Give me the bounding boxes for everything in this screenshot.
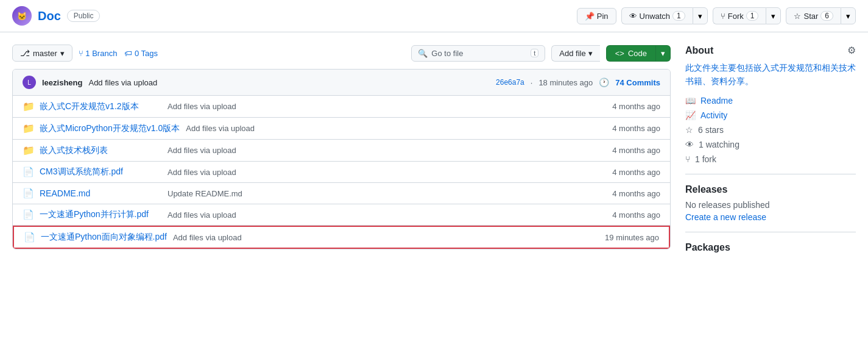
file-time: 4 months ago	[612, 189, 660, 198]
file-commit: Add files via upload	[168, 102, 606, 111]
about-section: About ⚙ 此文件夹主要包括嵌入式开发规范和相关技术书籍、资料分享。 📖 R…	[685, 45, 856, 164]
gear-icon[interactable]: ⚙	[847, 45, 856, 56]
meta-activity: 📈 Activity	[685, 110, 856, 120]
file-doc-icon: 📄	[23, 166, 34, 177]
eye-icon: 👁	[685, 140, 694, 149]
about-title: About	[685, 45, 713, 56]
file-name[interactable]: 一文速通Python面向对象编程.pdf	[41, 232, 167, 243]
code-dropdown[interactable]: ▾	[655, 45, 671, 62]
meta-watching: 👁 1 watching	[685, 140, 856, 149]
file-table: L leezisheng Add files via upload 26e6a7…	[12, 69, 671, 249]
clock-icon: 🕐	[599, 77, 609, 87]
code-group: <> Code ▾	[606, 45, 671, 62]
commit-author[interactable]: leezisheng	[42, 78, 82, 87]
file-time: 4 months ago	[612, 146, 660, 155]
star-icon: ☆	[794, 12, 801, 21]
file-name[interactable]: 一文速通Python并行计算.pdf	[40, 209, 161, 220]
meta-stars: ☆ 6 stars	[685, 125, 856, 135]
activity-link[interactable]: Activity	[700, 110, 727, 120]
eye-icon: 👁	[629, 12, 637, 21]
add-file-button[interactable]: Add file ▾	[551, 45, 599, 62]
public-badge: Public	[67, 10, 101, 22]
meta-forks: ⑂ 1 fork	[685, 154, 856, 164]
file-row-highlighted: 📄 一文速通Python面向对象编程.pdf Add files via upl…	[13, 226, 670, 249]
main-content: ⎇ master ▾ ⑂ 1 Branch 🏷 0 Tags 🔍 Go to f…	[0, 32, 868, 258]
branch-selector[interactable]: ⎇ master ▾	[12, 45, 72, 62]
divider-2	[685, 232, 856, 232]
commit-hash[interactable]: 26e6a7a	[496, 78, 524, 87]
code-icon: <>	[615, 49, 624, 58]
file-name[interactable]: 嵌入式技术栈列表	[40, 145, 161, 156]
folder-icon: 📁	[23, 123, 34, 134]
file-commit: Add files via upload	[168, 210, 606, 220]
fork-icon: ⑂	[721, 12, 725, 21]
avatar: 🐱	[12, 6, 32, 26]
releases-title: Releases	[685, 184, 856, 195]
commits-link[interactable]: 74 Commits	[615, 78, 660, 87]
file-name[interactable]: README.md	[40, 188, 161, 198]
file-time: 19 minutes ago	[605, 233, 659, 242]
unwatch-button[interactable]: 👁 Unwatch 1	[621, 7, 693, 24]
fork-dropdown[interactable]: ▾	[766, 7, 781, 24]
unwatch-dropdown[interactable]: ▾	[693, 7, 708, 24]
fork-label: 1 fork	[695, 154, 716, 164]
tag-count-link[interactable]: 🏷 0 Tags	[124, 49, 158, 58]
file-doc-icon: 📄	[23, 188, 34, 199]
chevron-down-icon: ▾	[60, 49, 65, 58]
top-actions: 📌 Pin 👁 Unwatch 1 ▾ ⑂ Fork 1 ▾	[577, 7, 856, 24]
file-name[interactable]: 嵌入式MicroPython开发规范v1.0版本	[40, 123, 180, 134]
activity-icon: 📈	[685, 110, 696, 120]
file-doc-icon: 📄	[24, 232, 35, 243]
branch-icon: ⎇	[20, 48, 30, 58]
file-commit: Add files via upload	[168, 168, 606, 177]
commit-time: 18 minutes ago	[538, 78, 593, 87]
search-box[interactable]: 🔍 Go to file t	[411, 45, 545, 62]
repo-info: 🐱 Doc Public	[12, 6, 100, 26]
sidebar: About ⚙ 此文件夹主要包括嵌入式开发规范和相关技术书籍、资料分享。 📖 R…	[685, 45, 856, 258]
file-commit: Update README.md	[168, 189, 606, 198]
star-dropdown[interactable]: ▾	[841, 7, 856, 24]
top-bar: 🐱 Doc Public 📌 Pin 👁 Unwatch 1 ▾ ⑂ Fork	[0, 0, 868, 32]
commit-row: L leezisheng Add files via upload 26e6a7…	[13, 70, 670, 96]
fork-count: 1	[746, 11, 759, 21]
file-row-4: 📄 README.md Update README.md 4 months ag…	[13, 183, 670, 204]
file-row-3: 📄 CM3调试系统简析.pdf Add files via upload 4 m…	[13, 162, 670, 183]
branch-name: master	[33, 49, 57, 58]
file-time: 4 months ago	[612, 102, 660, 111]
star-button[interactable]: ☆ Star 6	[786, 7, 841, 24]
readme-link[interactable]: Readme	[700, 96, 733, 106]
repo-name[interactable]: Doc	[38, 9, 61, 23]
commit-separator: ·	[531, 78, 533, 87]
unwatch-count: 1	[672, 11, 685, 21]
unwatch-group: 👁 Unwatch 1 ▾	[621, 7, 708, 24]
folder-icon: 📁	[23, 101, 34, 112]
file-name[interactable]: CM3调试系统简析.pdf	[40, 166, 161, 177]
create-release-link[interactable]: Create a new release	[685, 212, 766, 222]
toolbar: ⎇ master ▾ ⑂ 1 Branch 🏷 0 Tags 🔍 Go to f…	[12, 45, 671, 62]
about-meta: 📖 Readme 📈 Activity ☆ 6 stars 👁 1 watchi…	[685, 96, 856, 164]
packages-title: Packages	[685, 242, 856, 253]
add-file-group: Add file ▾	[551, 45, 599, 62]
file-commit: Add files via upload	[186, 124, 606, 133]
file-time: 4 months ago	[612, 210, 660, 220]
commit-avatar: L	[23, 76, 36, 89]
book-icon: 📖	[685, 96, 696, 106]
file-doc-icon: 📄	[23, 209, 34, 220]
fork-group: ⑂ Fork 1 ▾	[713, 7, 782, 24]
branch-count-link[interactable]: ⑂ 1 Branch	[79, 49, 118, 58]
code-button[interactable]: <> Code	[606, 45, 655, 62]
commit-message[interactable]: Add files via upload	[88, 78, 157, 87]
star-group: ☆ Star 6 ▾	[786, 7, 856, 24]
repo-content: ⎇ master ▾ ⑂ 1 Branch 🏷 0 Tags 🔍 Go to f…	[12, 45, 671, 258]
pin-button[interactable]: 📌 Pin	[577, 8, 616, 24]
file-time: 4 months ago	[612, 124, 660, 133]
file-name[interactable]: 嵌入式C开发规范v1.2版本	[40, 101, 161, 112]
stars-label: 6 stars	[698, 125, 724, 135]
fork-button[interactable]: ⑂ Fork 1	[713, 7, 766, 24]
fork-icon: ⑂	[685, 154, 690, 164]
divider-1	[685, 174, 856, 174]
file-commit: Add files via upload	[168, 146, 606, 155]
file-time: 4 months ago	[612, 168, 660, 177]
chevron-down-icon: ▾	[588, 49, 593, 58]
pin-icon: 📌	[585, 12, 595, 21]
